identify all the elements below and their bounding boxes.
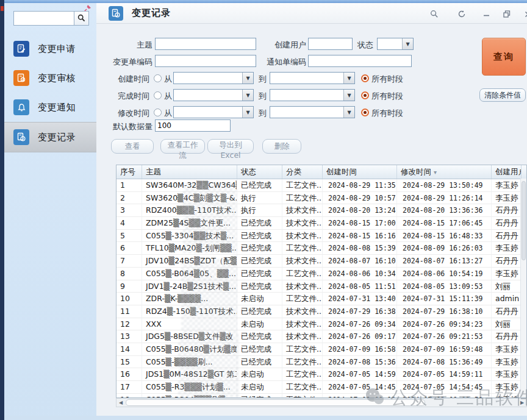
scroll-right-arrow-icon[interactable]: ▶ xyxy=(518,399,526,407)
bell-icon xyxy=(13,99,29,115)
table-body: 1SW3640M-32▒▒CW364▒-...已经完成工艺文件...2024-0… xyxy=(117,179,526,398)
vertical-scrollbar[interactable] xyxy=(520,179,526,397)
status-dropdown[interactable]: ▼ xyxy=(377,38,414,50)
doc-record-icon xyxy=(13,129,29,145)
sidebar: 变更申请 变更审核 xyxy=(4,0,97,420)
sidebar-item-change-records[interactable]: 变更记录 xyxy=(4,122,96,152)
table-row[interactable]: 6TFL10▒MA20▒-划闸▒▒...已经完成工艺文件...2024-08-0… xyxy=(117,242,526,255)
cell: 李玉婷 xyxy=(492,179,522,191)
notice-code-input[interactable] xyxy=(308,55,412,67)
column-header-0[interactable]: 序号 xyxy=(117,165,142,179)
column-header-2[interactable]: 状态 xyxy=(237,165,282,179)
cell: 石丹丹 xyxy=(492,305,522,318)
table-row[interactable]: 15C055▒-▒▒▒▒刷...已经完成工艺文件...2024-07-08 15… xyxy=(117,356,526,369)
cell: 已经完成 xyxy=(237,217,282,229)
cell: 李玉婷 xyxy=(492,192,522,204)
cell: 2024-07-31 15:11:39 xyxy=(397,293,492,305)
clear-conditions-button[interactable]: 清除条件值 xyxy=(479,88,526,102)
all-period-radio[interactable] xyxy=(361,91,369,99)
table-row[interactable]: 2SW3620▒4C▒刻▒文▒-&...执行工艺文件...2024-08-29 … xyxy=(117,192,526,205)
sidebar-search-input[interactable] xyxy=(13,11,74,26)
range-radio[interactable] xyxy=(154,91,162,99)
delete-button[interactable]: 删除 xyxy=(262,139,301,154)
column-header-3[interactable]: 分类 xyxy=(282,165,323,179)
cell: 工艺文件... xyxy=(282,242,323,254)
horizontal-scrollbar-thumb[interactable] xyxy=(126,399,425,406)
modify-to-date-dropdown[interactable]: ▼ xyxy=(270,106,355,118)
change-code-label: 变更单编码 xyxy=(109,57,152,68)
doc-edit-icon xyxy=(13,41,29,57)
column-header-4[interactable]: 创建时间 xyxy=(323,165,397,179)
minimize-icon[interactable] xyxy=(481,9,492,20)
table-row[interactable]: 3RDZ400▒▒▒-110T技术...执行技术文件...2024-08-20 … xyxy=(117,204,526,217)
sidebar-item-change-notice[interactable]: 变更通知 xyxy=(4,93,96,122)
table-row[interactable]: 7JDV10▒24BS▒ZDT（配▒...已经完成技术文件...2024-08-… xyxy=(117,255,526,268)
column-header-5[interactable]: 修改时间▾ xyxy=(397,165,492,179)
to-label: 到 xyxy=(258,108,267,119)
vertical-scrollbar-thumb[interactable] xyxy=(522,181,526,260)
cell: 2024-07-02 09:13:59 xyxy=(397,394,492,398)
table-row[interactable]: 1SW3640M-32▒▒CW364▒-...已经完成工艺文件...2024-0… xyxy=(117,179,526,192)
scroll-left-arrow-icon[interactable]: ◀ xyxy=(117,399,125,407)
table-row[interactable]: 4ZDM25▒4S▒▒文件更...已经完成技术文件...2024-08-15 1… xyxy=(117,217,526,230)
change-code-input[interactable] xyxy=(155,55,256,67)
cell: 石丹丹 xyxy=(492,217,522,229)
cell: 8 xyxy=(117,268,142,280)
export-excel-button[interactable]: 导出到Excel xyxy=(207,139,254,154)
modify-from-date-dropdown[interactable]: ▼ xyxy=(173,106,254,118)
view-workflow-button[interactable]: 查看工作流 xyxy=(160,139,205,154)
table-row[interactable]: 5C055▒-3304▒▒技术▒...已经完成技术文件...2024-08-15… xyxy=(117,230,526,243)
column-header-1[interactable]: 主题 xyxy=(142,165,237,179)
to-label: 到 xyxy=(258,74,267,85)
range-radio[interactable] xyxy=(154,109,162,116)
column-header-6[interactable]: 创建用户 xyxy=(492,165,522,179)
all-period-radio[interactable] xyxy=(361,74,369,82)
sidebar-item-change-review[interactable]: 变更审核 xyxy=(4,63,96,93)
range-radio[interactable] xyxy=(154,74,162,82)
cell: SW3620▒4C▒刻▒文▒-&... xyxy=(142,192,237,204)
create-from-date-dropdown[interactable]: ▼ xyxy=(173,72,254,84)
view-button[interactable]: 查看 xyxy=(111,139,154,154)
titlebar-search-icon[interactable] xyxy=(429,9,440,20)
search-button[interactable] xyxy=(74,11,89,26)
close-icon[interactable] xyxy=(522,9,527,20)
table-row[interactable]: 11RDZ4▒-150▒-110T技术...已经完成技术文件...2024-07… xyxy=(117,305,526,318)
table-row[interactable]: 12XXX未启动技术文件...2024-07-26 09:34:232024-0… xyxy=(117,318,526,331)
cell: 2024-08-05 11:51:59 xyxy=(323,280,397,293)
table-row[interactable]: 16JDS1▒0M-48S12▒GT 第二...未启动工艺文件...2024-0… xyxy=(117,368,526,381)
finish-from-date-dropdown[interactable]: ▼ xyxy=(173,89,254,101)
table-row[interactable]: 17C055▒-R3▒▒▒计划▒...未启动工艺文件...2024-07-05 … xyxy=(117,381,526,394)
records-table: 序号主题状态分类创建时间修改时间▾创建用户 1SW3640M-32▒▒CW364… xyxy=(116,165,527,398)
cell: 李玉婷 xyxy=(492,394,522,398)
all-period-radio[interactable] xyxy=(361,109,369,116)
table-row[interactable]: 10ZDR-▒K-▒▒▒▒...未启动工艺文件...2024-07-31 13:… xyxy=(117,293,526,305)
subject-input[interactable] xyxy=(155,38,256,50)
horizontal-scrollbar[interactable]: ◀ ▶ xyxy=(116,398,527,407)
all-period-label: 所有时段 xyxy=(371,108,406,119)
query-button[interactable]: 查询 xyxy=(482,38,526,76)
sidebar-item-change-request[interactable]: 变更申请 xyxy=(4,34,96,63)
cell: C055▒-B064▒05、▒▒... xyxy=(142,268,237,280)
finish-to-date-dropdown[interactable]: ▼ xyxy=(270,89,355,101)
sidebar-nav: 变更申请 变更审核 xyxy=(4,34,96,152)
chevron-down-icon: ▼ xyxy=(402,38,413,49)
from-label: 从 xyxy=(163,74,172,85)
status-label: 状态 xyxy=(356,40,373,51)
table-row[interactable]: 13JDG5▒-8BSED▒文件▒改已经完成技术文件...2024-07-26 … xyxy=(117,330,526,343)
default-rows-input[interactable] xyxy=(155,119,231,132)
table-row[interactable]: 9JDV1▒-24B▒2S1技术▒...已经完成技术文件...2024-08-0… xyxy=(117,280,526,293)
create-to-date-dropdown[interactable]: ▼ xyxy=(270,72,355,84)
refresh-icon[interactable] xyxy=(456,9,467,20)
cell: 2024-07-09 16:58:40 xyxy=(323,343,397,355)
cell: 2024-08-29 13:50:49 xyxy=(397,179,492,191)
table-row[interactable]: 8C055▒-B064▒05、▒▒...已经完成工艺文件...2024-08-0… xyxy=(117,268,526,280)
table-row[interactable]: 14C055▒-B06480▒计划▒度单已经完成工艺文件...2024-07-0… xyxy=(117,343,526,356)
cell: 技术文件... xyxy=(282,230,323,242)
cell: JDV1▒-24B▒2S1技术▒... xyxy=(142,280,237,293)
cell: 2024-07-26 09:21:53 xyxy=(397,330,492,343)
table-row[interactable]: 18C055▒-R304▒▒▒刷▒...已经完成工艺文件...2024-07-0… xyxy=(117,394,526,398)
restore-icon[interactable] xyxy=(501,9,512,20)
create-user-input[interactable] xyxy=(308,38,353,50)
cell: 已经完成 xyxy=(237,230,282,242)
cell: JDG5▒-8BSED▒文件▒改 xyxy=(142,330,237,343)
